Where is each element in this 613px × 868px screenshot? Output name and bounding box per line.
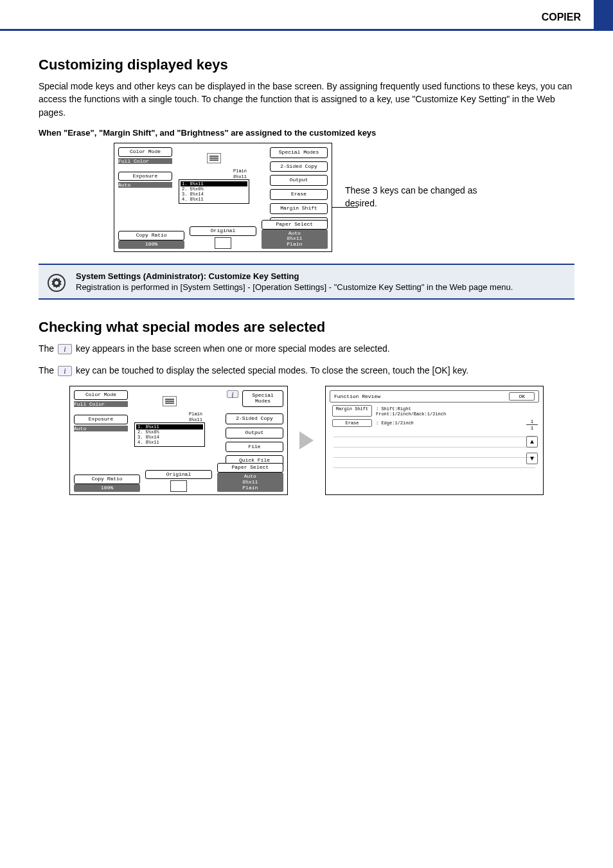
figure2-row: Color Mode Full Color Exposure Auto Plai… bbox=[39, 386, 574, 495]
original-icon bbox=[170, 480, 187, 492]
margin-shift-button[interactable]: Margin Shift bbox=[270, 203, 328, 214]
ok-button[interactable]: OK bbox=[509, 392, 535, 401]
review-row: Margin Shift : Shift:Right Front:1/2inch… bbox=[330, 402, 539, 417]
original-button[interactable]: Original bbox=[145, 470, 211, 480]
exposure-button[interactable]: Exposure bbox=[118, 172, 172, 181]
paper-select-button[interactable]: Paper Select bbox=[262, 220, 328, 230]
erase-button[interactable]: Erase bbox=[270, 189, 328, 200]
section1-body: Special mode keys and other keys can be … bbox=[39, 80, 574, 119]
plain-label: Plain bbox=[134, 411, 205, 417]
paper-select-value: Auto 8½x11 Plain bbox=[262, 230, 328, 249]
two-sided-copy-button[interactable]: 2-Sided Copy bbox=[270, 161, 328, 172]
plain-label: Plain bbox=[179, 168, 249, 174]
callout-line bbox=[332, 207, 358, 208]
review-blank-line bbox=[333, 441, 535, 448]
review-label: Margin Shift bbox=[332, 405, 372, 417]
copy-ratio-button[interactable]: Copy Ratio bbox=[118, 231, 184, 240]
review-blank-line bbox=[333, 451, 535, 458]
section1-subheading: When "Erase", "Margin Shift", and "Brigh… bbox=[39, 128, 574, 138]
output-button[interactable]: Output bbox=[226, 428, 283, 439]
tray-row[interactable]: 3. 8½x14 bbox=[181, 192, 247, 197]
text: The bbox=[39, 343, 57, 354]
page-down-button[interactable]: ▼ bbox=[526, 453, 538, 464]
plain-size: 8½x11 bbox=[179, 174, 249, 179]
gear-icon bbox=[48, 274, 66, 292]
review-pager: 1 1 ▲ ▼ bbox=[526, 419, 538, 464]
paper-select-button[interactable]: Paper Select bbox=[217, 463, 283, 473]
tray-row[interactable]: 1. 8½x11 bbox=[136, 424, 203, 429]
text: key can be touched to display the select… bbox=[76, 365, 468, 375]
review-blank-line bbox=[333, 431, 535, 437]
original-icon bbox=[215, 237, 231, 249]
info-icon bbox=[58, 344, 72, 354]
note-title: System Settings (Administrator): Customi… bbox=[76, 271, 568, 281]
special-modes-button[interactable]: Special Modes bbox=[242, 390, 283, 407]
review-label: Erase bbox=[332, 419, 372, 427]
arrow-right-icon bbox=[299, 431, 314, 449]
section1-heading: Customizing displayed keys bbox=[39, 57, 574, 73]
function-review-header: Function Review OK bbox=[330, 390, 539, 402]
color-mode-button[interactable]: Color Mode bbox=[74, 390, 128, 400]
page-total: 1 bbox=[526, 425, 538, 431]
original-button[interactable]: Original bbox=[190, 226, 256, 236]
file-button[interactable]: File bbox=[226, 442, 283, 453]
text: The bbox=[39, 365, 57, 375]
header-title: COPIER bbox=[542, 12, 581, 23]
copy-ratio-value: 100% bbox=[74, 484, 140, 493]
output-button[interactable]: Output bbox=[270, 175, 328, 186]
preview-icon bbox=[179, 149, 249, 168]
page-current: 1 bbox=[526, 419, 538, 425]
function-review-title: Function Review bbox=[334, 393, 380, 399]
tray-list: 1. 8½x11 2. 5½x8½ 3. 8½x14 4. 8½x11 bbox=[179, 179, 249, 204]
two-sided-copy-button[interactable]: 2-Sided Copy bbox=[226, 413, 283, 424]
special-modes-button[interactable]: Special Modes bbox=[270, 147, 328, 158]
tray-list: 1. 8½x11 2. 5½x8½ 3. 8½x14 4. 8½x11 bbox=[134, 422, 205, 447]
tray-row[interactable]: 2. 5½x8½ bbox=[181, 186, 247, 192]
tray-row[interactable]: 4. 8½x11 bbox=[181, 197, 247, 202]
section2-line2: The key can be touched to display the se… bbox=[39, 364, 574, 377]
color-mode-button[interactable]: Color Mode bbox=[118, 147, 172, 157]
tray-row[interactable]: 3. 8½x14 bbox=[136, 435, 203, 440]
tray-row[interactable]: 4. 8½x11 bbox=[136, 440, 203, 445]
function-review-panel: Function Review OK Margin Shift : Shift:… bbox=[325, 386, 544, 495]
page-up-button[interactable]: ▲ bbox=[526, 436, 538, 448]
exposure-value: Auto bbox=[74, 426, 128, 431]
plain-size: 8½x11 bbox=[134, 417, 205, 422]
copy-ratio-button[interactable]: Copy Ratio bbox=[74, 475, 140, 484]
preview-icon bbox=[134, 392, 205, 411]
section2-line1: The key appears in the base screen when … bbox=[39, 342, 574, 355]
page-content: Customizing displayed keys Special mode … bbox=[0, 31, 613, 495]
admin-note-box: System Settings (Administrator): Customi… bbox=[39, 264, 574, 300]
exposure-button[interactable]: Exposure bbox=[74, 415, 128, 424]
panel1-wrapper: Color Mode Full Color Exposure Auto Plai… bbox=[114, 143, 332, 252]
color-mode-value: Full Color bbox=[118, 158, 172, 164]
figure1-annotation: These 3 keys can be changed as desired. bbox=[345, 185, 499, 210]
review-row: Erase : Edge:1/2inch bbox=[330, 417, 539, 427]
section2-heading: Checking what special modes are selected bbox=[39, 319, 574, 336]
review-value: : Edge:1/2inch bbox=[376, 419, 414, 427]
info-icon-button[interactable] bbox=[227, 390, 238, 398]
note-body: Registration is performed in [System Set… bbox=[76, 282, 568, 292]
copy-ratio-value: 100% bbox=[118, 240, 184, 249]
header-bar: COPIER bbox=[0, 0, 613, 31]
copier-base-screen-panel-2: Color Mode Full Color Exposure Auto Plai… bbox=[69, 386, 288, 495]
info-icon bbox=[58, 366, 72, 376]
text: key appears in the base screen when one … bbox=[76, 343, 390, 354]
review-blank-line bbox=[333, 462, 535, 468]
tray-row[interactable]: 1. 8½x11 bbox=[181, 181, 247, 186]
review-value: : Shift:Right Front:1/2inch/Back:1/2inch bbox=[376, 405, 446, 417]
figure1-row: Color Mode Full Color Exposure Auto Plai… bbox=[39, 143, 574, 252]
color-mode-value: Full Color bbox=[74, 401, 128, 407]
tray-row[interactable]: 2. 5½x8½ bbox=[136, 429, 203, 435]
paper-select-value: Auto 8½x11 Plain bbox=[217, 473, 283, 492]
exposure-value: Auto bbox=[118, 182, 172, 188]
copier-base-screen-panel: Color Mode Full Color Exposure Auto Plai… bbox=[114, 143, 332, 252]
